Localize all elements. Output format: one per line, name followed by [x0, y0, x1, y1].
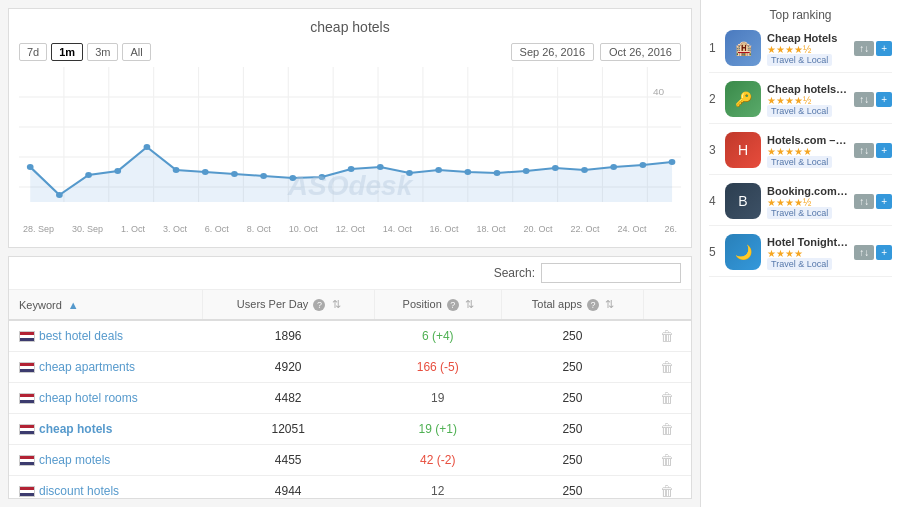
x-label: 16. Oct: [430, 224, 459, 234]
col-total[interactable]: Total apps ? ⇅: [501, 290, 643, 320]
ranking-add-button[interactable]: +: [876, 194, 892, 209]
x-label: 8. Oct: [247, 224, 271, 234]
keywords-table: Keyword ▲ Users Per Day ? ⇅ Position ? ⇅: [9, 290, 691, 499]
action-buttons: ↑↓ +: [854, 245, 892, 260]
users-cell: 1896: [202, 320, 374, 352]
search-label: Search:: [494, 266, 535, 280]
action-cell: 🗑: [644, 476, 691, 500]
total-cell: 250: [501, 352, 643, 383]
chart-wrapper: 40 ASOdesk: [19, 67, 681, 222]
delete-icon[interactable]: 🗑: [660, 452, 674, 468]
keyword-text: cheap apartments: [39, 360, 135, 374]
x-label: 14. Oct: [383, 224, 412, 234]
app-name: Cheap hotels – ...: [767, 83, 848, 95]
x-label: 24. Oct: [617, 224, 646, 234]
chart-svg: 40: [19, 67, 681, 222]
app-icon-label: 🏨: [735, 40, 752, 56]
svg-point-25: [231, 171, 238, 177]
table-row: cheap hotels 12051 19 (+1) 250 🗑: [9, 414, 691, 445]
ranking-add-button[interactable]: +: [876, 245, 892, 260]
x-label: 30. Sep: [72, 224, 103, 234]
position-cell: 6 (+4): [374, 320, 501, 352]
users-cell: 4944: [202, 476, 374, 500]
ranking-chart-button[interactable]: ↑↓: [854, 143, 874, 158]
action-cell: 🗑: [644, 414, 691, 445]
delete-icon[interactable]: 🗑: [660, 359, 674, 375]
col-users[interactable]: Users Per Day ? ⇅: [202, 290, 374, 320]
delete-icon[interactable]: 🗑: [660, 390, 674, 406]
position-cell: 19 (+1): [374, 414, 501, 445]
date-start[interactable]: Sep 26, 2016: [511, 43, 594, 61]
col-keyword-label: Keyword: [19, 299, 62, 311]
keyword-cell: discount hotels: [9, 476, 202, 500]
col-action: [644, 290, 691, 320]
x-label: 18. Oct: [477, 224, 506, 234]
date-end[interactable]: Oct 26, 2016: [600, 43, 681, 61]
app-category: Travel & Local: [767, 106, 848, 116]
keyword-cell: cheap motels: [9, 445, 202, 476]
keyword-link[interactable]: cheap hotel rooms: [19, 391, 192, 405]
time-btn-7d[interactable]: 7d: [19, 43, 47, 61]
keyword-link[interactable]: cheap apartments: [19, 360, 192, 374]
action-cell: 🗑: [644, 445, 691, 476]
total-cell: 250: [501, 383, 643, 414]
ranking-add-button[interactable]: +: [876, 143, 892, 158]
app-info: Booking.com Hot... ★★★★½ Travel & Local: [767, 185, 848, 218]
ranking-item: 5 🌙 Hotel Tonight – A... ★★★★ Travel & L…: [709, 234, 892, 277]
search-bar: Search:: [9, 257, 691, 290]
users-help-icon[interactable]: ?: [313, 299, 325, 311]
time-btn-1m[interactable]: 1m: [51, 43, 83, 61]
rank-number: 2: [709, 92, 719, 106]
search-input[interactable]: [541, 263, 681, 283]
keyword-link[interactable]: best hotel deals: [19, 329, 192, 343]
time-btn-all[interactable]: All: [122, 43, 150, 61]
ranking-chart-button[interactable]: ↑↓: [854, 245, 874, 260]
ranking-add-button[interactable]: +: [876, 41, 892, 56]
flag-icon: [19, 455, 35, 466]
x-axis-labels: 28. Sep 30. Sep 1. Oct 3. Oct 6. Oct 8. …: [19, 224, 681, 234]
keyword-link[interactable]: cheap hotels: [19, 422, 192, 436]
ranking-chart-button[interactable]: ↑↓: [854, 41, 874, 56]
total-help-icon[interactable]: ?: [587, 299, 599, 311]
sort-total-icon: ⇅: [605, 298, 613, 311]
ranking-chart-button[interactable]: ↑↓: [854, 194, 874, 209]
keyword-text: discount hotels: [39, 484, 119, 498]
total-cell: 250: [501, 414, 643, 445]
rank-number: 3: [709, 143, 719, 157]
app-stars: ★★★★★: [767, 146, 848, 157]
table-row: cheap motels 4455 42 (-2) 250 🗑: [9, 445, 691, 476]
svg-point-34: [494, 170, 501, 176]
keyword-cell: cheap apartments: [9, 352, 202, 383]
ranking-item: 1 🏨 Cheap Hotels ★★★★½ Travel & Local ↑↓…: [709, 30, 892, 73]
col-keyword[interactable]: Keyword ▲: [9, 290, 202, 320]
delete-icon[interactable]: 🗑: [660, 421, 674, 437]
app-name: Hotel Tonight – A...: [767, 236, 848, 248]
app-icon: 🌙: [725, 234, 761, 270]
time-btn-3m[interactable]: 3m: [87, 43, 118, 61]
svg-point-28: [319, 174, 326, 180]
delete-icon[interactable]: 🗑: [660, 328, 674, 344]
keyword-text: cheap motels: [39, 453, 110, 467]
ranking-add-button[interactable]: +: [876, 92, 892, 107]
chart-controls: 7d 1m 3m All Sep 26, 2016 Oct 26, 2016: [19, 43, 681, 61]
position-help-icon[interactable]: ?: [447, 299, 459, 311]
keyword-link[interactable]: discount hotels: [19, 484, 192, 498]
keyword-cell: cheap hotels: [9, 414, 202, 445]
total-cell: 250: [501, 320, 643, 352]
col-position[interactable]: Position ? ⇅: [374, 290, 501, 320]
sort-position-icon: ⇅: [465, 298, 473, 311]
x-label: 28. Sep: [23, 224, 54, 234]
keyword-link[interactable]: cheap motels: [19, 453, 192, 467]
x-label: 26.: [664, 224, 677, 234]
flag-icon: [19, 393, 35, 404]
svg-point-36: [552, 165, 559, 171]
action-buttons: ↑↓ +: [854, 194, 892, 209]
delete-icon[interactable]: 🗑: [660, 483, 674, 499]
x-label: 6. Oct: [205, 224, 229, 234]
ranking-chart-button[interactable]: ↑↓: [854, 92, 874, 107]
users-cell: 4482: [202, 383, 374, 414]
svg-point-31: [406, 170, 413, 176]
app-stars: ★★★★½: [767, 44, 848, 55]
svg-point-40: [669, 159, 676, 165]
chart-title: cheap hotels: [19, 19, 681, 35]
